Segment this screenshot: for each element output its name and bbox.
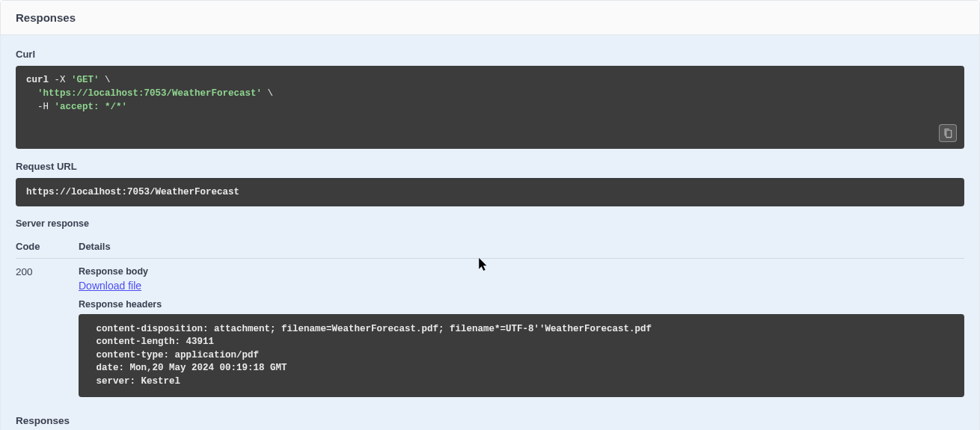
live-response-panel: Curl curl -X 'GET' \ 'https://localhost:… — [1, 35, 979, 430]
response-headers-label: Response headers — [79, 299, 964, 310]
response-headers-block: content-disposition: attachment; filenam… — [79, 314, 964, 398]
server-response-table: Code Details 200 Response body Download … — [16, 235, 964, 405]
request-url-block: https://localhost:7053/WeatherForecast — [16, 178, 964, 206]
server-response-label: Server response — [16, 218, 964, 229]
responses-title: Responses — [16, 11, 76, 24]
col-details-header: Details — [79, 235, 964, 259]
responses-list-header: Responses — [16, 405, 964, 429]
response-code: 200 — [16, 258, 79, 405]
response-body-label: Response body — [79, 266, 964, 277]
col-code-header: Code — [16, 235, 79, 259]
curl-code-block: curl -X 'GET' \ 'https://localhost:7053/… — [16, 66, 964, 149]
curl-label: Curl — [16, 49, 964, 60]
clipboard-icon — [943, 128, 953, 138]
response-row: 200 Response body Download file Response… — [16, 258, 964, 405]
copy-curl-button[interactable] — [939, 124, 957, 142]
responses-section-header: Responses — [1, 1, 979, 35]
download-file-link[interactable]: Download file — [79, 280, 141, 292]
request-url-label: Request URL — [16, 161, 964, 172]
